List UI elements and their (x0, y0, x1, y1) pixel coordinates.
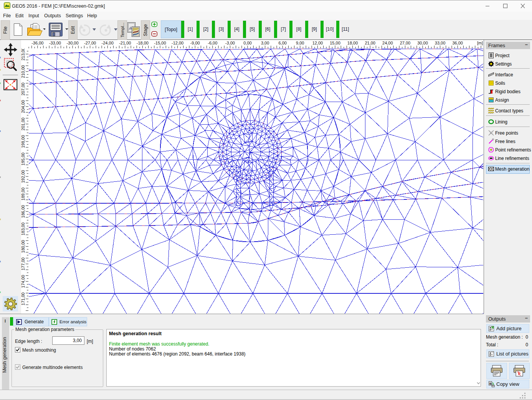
svg-text:0,00: 0,00 (243, 41, 251, 45)
svg-text:-9,00: -9,00 (190, 41, 200, 45)
svg-text:-21,00: -21,00 (119, 41, 131, 45)
svg-text:21,00: 21,00 (365, 41, 375, 45)
svg-text:-6,00: -6,00 (208, 41, 217, 45)
svg-text:201,00: 201,00 (21, 118, 25, 131)
svg-text:192,00: 192,00 (21, 170, 25, 183)
svg-text:-3,00: -3,00 (225, 41, 235, 45)
svg-text:36,00: 36,00 (452, 41, 463, 45)
svg-text:-12,00: -12,00 (172, 41, 183, 45)
svg-text:-15,00: -15,00 (154, 41, 166, 45)
svg-text:-30,00: -30,00 (66, 41, 78, 45)
svg-text:186,00: 186,00 (21, 205, 25, 218)
svg-text:33,00: 33,00 (435, 41, 446, 45)
svg-text:210,00: 210,00 (21, 65, 25, 78)
svg-text:27,00: 27,00 (400, 41, 411, 45)
svg-text:9,00: 9,00 (296, 41, 304, 45)
svg-text:207,00: 207,00 (21, 82, 25, 95)
svg-text:174,00: 174,00 (21, 275, 25, 288)
svg-text:204,00: 204,00 (21, 100, 25, 113)
svg-text:213,00: 213,00 (21, 49, 25, 61)
svg-text:30,00: 30,00 (417, 41, 428, 45)
svg-text:198,00: 198,00 (21, 135, 25, 148)
svg-text:183,00: 183,00 (21, 222, 25, 235)
svg-text:-18,00: -18,00 (137, 41, 149, 45)
svg-text:171,00: 171,00 (21, 293, 25, 306)
svg-text:-33,00: -33,00 (49, 41, 61, 45)
svg-text:B: B (489, 382, 492, 385)
svg-text:180,00: 180,00 (21, 240, 25, 253)
svg-text:189,00: 189,00 (21, 188, 25, 201)
svg-text:6,00: 6,00 (278, 41, 286, 45)
svg-text:-36,00: -36,00 (31, 41, 43, 45)
svg-text:[m]: [m] (477, 41, 483, 45)
svg-text:12,00: 12,00 (312, 41, 323, 45)
svg-text:195,00: 195,00 (21, 153, 25, 166)
svg-text:-27,00: -27,00 (84, 41, 96, 45)
svg-text:177,00: 177,00 (21, 257, 25, 270)
svg-text:18,00: 18,00 (347, 41, 358, 45)
svg-text:15,00: 15,00 (330, 41, 340, 45)
svg-text:24,00: 24,00 (382, 41, 393, 45)
svg-text:-24,00: -24,00 (102, 41, 114, 45)
svg-text:3,00: 3,00 (261, 41, 269, 45)
